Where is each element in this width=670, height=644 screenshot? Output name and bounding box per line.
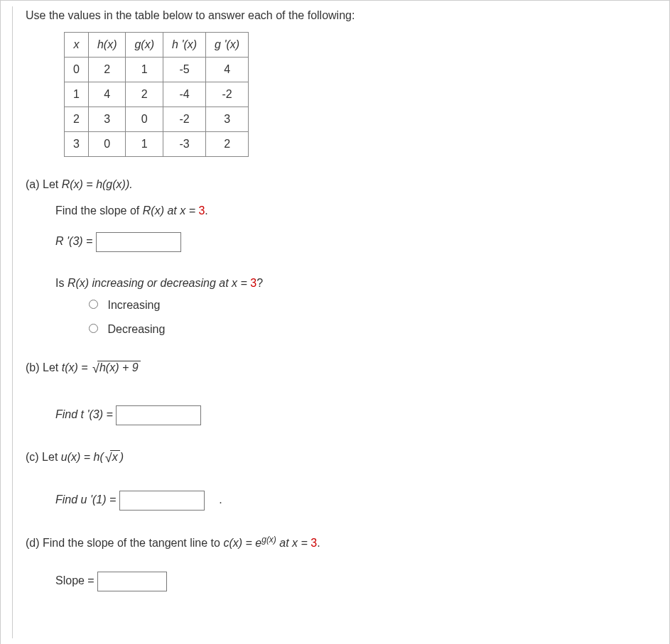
cell: 3 xyxy=(88,107,126,132)
part-a-rprime-row: R '(3) = xyxy=(55,231,669,252)
cell: 0 xyxy=(126,107,163,132)
at-post: . xyxy=(317,537,320,549)
th-gprimex: g '(x) xyxy=(206,33,249,58)
cell: -4 xyxy=(163,82,206,107)
cell: 0 xyxy=(65,58,89,82)
radio-decreasing-label: Decreasing xyxy=(107,323,165,335)
page-container: Use the values in the table below to ans… xyxy=(0,0,670,644)
text: Find the slope of xyxy=(55,204,143,217)
part-a-findslope: Find the slope of R(x) at x = 3. xyxy=(55,201,669,222)
part-c: (c) Let u(x) = h(√x) Find u '(1) = . xyxy=(26,449,669,511)
part-d: (d) Find the slope of the tangent line t… xyxy=(26,535,669,591)
cell: 2 xyxy=(126,82,163,107)
cell: 1 xyxy=(65,82,89,107)
text: R(x) at x = xyxy=(143,204,199,217)
slope-label: Slope = xyxy=(55,574,97,586)
cell: 4 xyxy=(206,58,249,82)
udef-post: ) xyxy=(120,451,124,463)
cell: -2 xyxy=(163,107,206,132)
value-3: 3 xyxy=(310,537,317,549)
part-a-rdef: R(x) = h(g(x)). xyxy=(62,178,133,190)
udef-pre: u(x) = h( xyxy=(61,451,104,463)
radio-increasing-label: Increasing xyxy=(107,299,160,311)
radical-icon: √ xyxy=(92,361,99,376)
value-3: 3 xyxy=(250,277,256,289)
tprime-label: Find t '(3) = xyxy=(55,408,116,420)
text: ? xyxy=(256,277,263,289)
tprime-3-input[interactable] xyxy=(116,405,201,425)
text: Is xyxy=(55,277,67,289)
cell: 2 xyxy=(88,58,126,82)
cell: -5 xyxy=(163,58,206,82)
content-area: Use the values in the table below to ans… xyxy=(12,6,669,638)
table-row: 2 3 0 -2 3 xyxy=(65,107,249,132)
cell: -2 xyxy=(206,82,249,107)
trailing-period: . xyxy=(219,493,222,506)
rprime-3-input[interactable] xyxy=(96,232,181,252)
sqrt-x: √x xyxy=(104,449,120,464)
tdef-pre: t(x) = xyxy=(62,361,91,373)
radio-decreasing[interactable] xyxy=(89,324,98,333)
part-b-find-row: Find t '(3) = xyxy=(55,405,669,425)
th-hx: h(x) xyxy=(88,33,126,58)
table-header-row: x h(x) g(x) h '(x) g '(x) xyxy=(65,33,249,58)
intro-text: Use the values in the table below to ans… xyxy=(26,9,669,22)
radicand: h(x) + 9 xyxy=(97,361,141,374)
part-c-label: (c) Let xyxy=(26,451,61,463)
th-hprimex: h '(x) xyxy=(163,33,206,58)
slope-input[interactable] xyxy=(97,572,167,591)
radio-increasing-row: Increasing xyxy=(85,298,669,312)
cell: 2 xyxy=(65,107,89,132)
rprime-label: R '(3) = xyxy=(55,235,96,247)
th-x: x xyxy=(65,33,89,58)
cell: 3 xyxy=(65,132,89,157)
cell: 0 xyxy=(88,132,126,157)
part-d-slope-row: Slope = xyxy=(55,571,669,591)
radio-increasing[interactable] xyxy=(89,300,98,309)
cell: -3 xyxy=(163,132,206,157)
cdef-pre: c(x) = e xyxy=(223,537,261,549)
part-b-label: (b) Let xyxy=(26,361,62,373)
part-c-find-row: Find u '(1) = . xyxy=(55,490,669,511)
cell: 1 xyxy=(126,132,163,157)
uprime-label: Find u '(1) = xyxy=(55,493,119,506)
table-row: 1 4 2 -4 -2 xyxy=(65,82,249,107)
cell: 3 xyxy=(206,107,249,132)
table-row: 0 2 1 -5 4 xyxy=(65,58,249,82)
cell: 4 xyxy=(88,82,126,107)
uprime-1-input[interactable] xyxy=(119,491,205,511)
part-a: (a) Let R(x) = h(g(x)). Find the slope o… xyxy=(26,178,669,336)
table-row: 3 0 1 -3 2 xyxy=(65,132,249,157)
part-b: (b) Let t(x) = √h(x) + 9 Find t '(3) = xyxy=(26,360,669,425)
values-table: x h(x) g(x) h '(x) g '(x) 0 2 1 -5 4 1 4… xyxy=(64,32,249,157)
part-a-label: (a) Let xyxy=(26,178,62,190)
cell: 2 xyxy=(206,132,249,157)
radio-decreasing-row: Decreasing xyxy=(85,322,669,336)
sqrt-expr: √h(x) + 9 xyxy=(91,360,141,375)
text: . xyxy=(205,204,207,217)
text: R(x) increasing or decreasing at x = xyxy=(67,277,250,289)
cell: 1 xyxy=(126,58,163,82)
at-pre: at x = xyxy=(279,537,310,549)
part-a-incdec-question: Is R(x) increasing or decreasing at x = … xyxy=(55,273,669,294)
part-d-label: (d) Find the slope of the tangent line t… xyxy=(26,537,223,549)
th-gx: g(x) xyxy=(126,33,163,58)
cdef-sup: g(x) xyxy=(261,535,276,545)
value-3: 3 xyxy=(198,204,205,217)
radical-icon: √ xyxy=(105,451,112,465)
